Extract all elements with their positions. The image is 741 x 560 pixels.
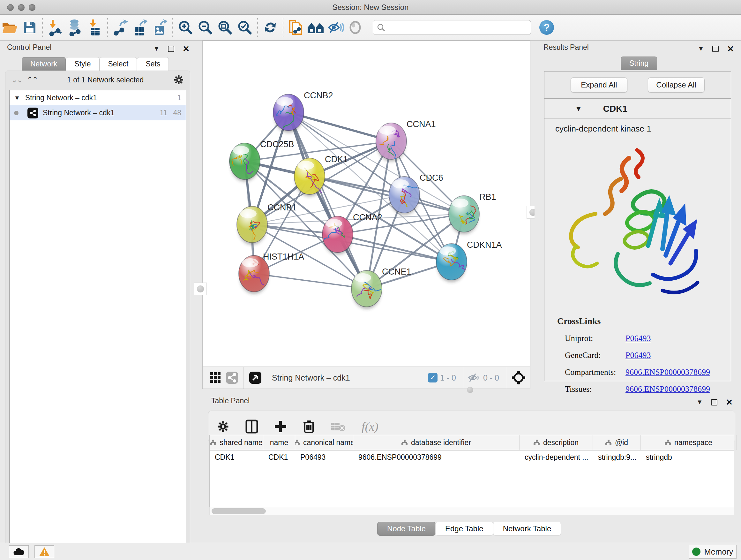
hide-selected-button[interactable] bbox=[326, 17, 345, 38]
collapse-all-networks-icon[interactable]: ⌃⌃ bbox=[26, 75, 37, 84]
export-network-button[interactable] bbox=[111, 17, 130, 38]
share-view-button[interactable] bbox=[224, 369, 240, 386]
show-columns-icon[interactable] bbox=[246, 420, 258, 434]
expand-all-networks-icon[interactable]: ⌄⌄ bbox=[11, 75, 22, 84]
table-cell[interactable]: cyclin-dependent ... bbox=[520, 450, 593, 465]
crosslink-link[interactable]: P06493 bbox=[625, 334, 651, 343]
tree-expand-icon[interactable]: ▼ bbox=[14, 95, 20, 102]
zoom-in-button[interactable] bbox=[176, 17, 195, 38]
eye-disabled-icon bbox=[348, 20, 362, 35]
column-header-shared-name[interactable]: shared name bbox=[210, 435, 263, 450]
add-column-icon[interactable] bbox=[274, 420, 287, 433]
grid-mode-button[interactable] bbox=[207, 369, 224, 386]
birdseye-view-button[interactable] bbox=[510, 369, 527, 386]
network-node-HIST1H1A[interactable]: HIST1H1A bbox=[239, 252, 304, 294]
search-input[interactable] bbox=[385, 23, 522, 32]
table-cell[interactable]: stringdb:9... bbox=[593, 450, 641, 465]
network-view[interactable]: CCNB2CCNA1CDC25BCDK1CDC6RB1CCNB1CCNA2CDK… bbox=[202, 41, 530, 389]
first-neighbors-button[interactable] bbox=[306, 17, 326, 38]
network-node-CCNB1[interactable]: CCNB1 bbox=[237, 203, 297, 245]
import-network-from-file-button[interactable] bbox=[45, 17, 65, 38]
node-section-header[interactable]: ▼ CDK1 bbox=[544, 99, 731, 119]
table-row[interactable]: CDK1CDK1P064939606.ENSP00000378699cyclin… bbox=[210, 450, 734, 465]
section-collapse-icon[interactable]: ▼ bbox=[575, 105, 582, 113]
table-horizontal-scrollbar[interactable] bbox=[209, 507, 734, 515]
viewbar-divider bbox=[464, 367, 464, 388]
selected-nodes-checkbox[interactable]: ✓ bbox=[428, 373, 437, 382]
show-all-button[interactable] bbox=[345, 17, 365, 38]
column-header-database-identifier[interactable]: database identifier bbox=[353, 435, 520, 450]
cloud-icon bbox=[13, 548, 24, 556]
export-image-button[interactable] bbox=[150, 17, 170, 38]
collapse-panel-icon[interactable]: ▼ bbox=[153, 45, 159, 52]
function-builder-icon: f(x) bbox=[361, 420, 379, 434]
column-header-namespace[interactable]: namespace bbox=[641, 435, 737, 450]
column-label: shared name bbox=[219, 438, 262, 447]
collapse-panel-icon[interactable]: ▼ bbox=[697, 45, 704, 52]
export-table-button[interactable] bbox=[130, 17, 150, 38]
zoom-out-button[interactable] bbox=[195, 17, 215, 38]
tab-node-table[interactable]: Node Table bbox=[377, 522, 435, 536]
collapse-panel-icon[interactable]: ▼ bbox=[696, 398, 703, 406]
search-icon bbox=[377, 23, 385, 32]
close-panel-icon[interactable]: ✕ bbox=[727, 46, 734, 52]
help-button[interactable]: ? bbox=[539, 20, 554, 35]
network-node-CDK1[interactable]: CDK1 bbox=[294, 154, 348, 197]
table-cell[interactable]: 9606.ENSP00000378699 bbox=[353, 450, 520, 465]
network-node-CDC6[interactable]: CDC6 bbox=[389, 173, 443, 215]
delete-column-trash-icon[interactable] bbox=[303, 420, 315, 434]
save-session-button[interactable] bbox=[20, 17, 40, 38]
table-cell[interactable]: CDK1 bbox=[263, 450, 295, 465]
float-panel-icon[interactable] bbox=[168, 46, 174, 52]
float-panel-icon[interactable] bbox=[711, 399, 718, 406]
network-row[interactable]: String Network – cdk1 11 48 bbox=[10, 105, 186, 120]
column-header-description[interactable]: description bbox=[520, 435, 593, 450]
zoom-selected-button[interactable] bbox=[235, 17, 255, 38]
network-node-CDKN1A[interactable]: CDKN1A bbox=[436, 240, 502, 282]
network-collection-row[interactable]: ▼ String Network – cdk1 1 bbox=[10, 90, 186, 105]
open-session-button[interactable] bbox=[0, 17, 20, 38]
apply-preferred-layout-button[interactable] bbox=[260, 17, 280, 38]
table-cell[interactable]: CDK1 bbox=[210, 450, 263, 465]
column-header-canonical-name[interactable]: canonical name bbox=[295, 435, 353, 450]
column-header-name[interactable]: name bbox=[263, 435, 295, 450]
detach-view-button[interactable] bbox=[247, 369, 264, 386]
new-network-from-selection-button[interactable] bbox=[286, 17, 306, 38]
memory-button[interactable]: Memory bbox=[689, 545, 737, 559]
bottom-splitter-grip[interactable] bbox=[464, 386, 476, 394]
import-table-from-file-button[interactable] bbox=[85, 17, 105, 38]
expand-all-button[interactable]: Expand All bbox=[570, 77, 627, 92]
tab-select[interactable]: Select bbox=[99, 57, 137, 71]
network-node-RB1[interactable]: RB1 bbox=[449, 192, 496, 234]
network-node-CCNB2[interactable]: CCNB2 bbox=[273, 91, 333, 133]
tab-string[interactable]: String bbox=[621, 57, 657, 70]
search-box[interactable] bbox=[373, 20, 531, 35]
close-panel-icon[interactable]: ✕ bbox=[183, 46, 190, 52]
tab-network[interactable]: Network bbox=[22, 57, 66, 71]
import-network-from-database-button[interactable] bbox=[65, 17, 85, 38]
column-label: @id bbox=[615, 438, 628, 447]
zoom-fit-button[interactable] bbox=[215, 17, 235, 38]
network-graph[interactable]: CCNB2CCNA1CDC25BCDK1CDC6RB1CCNB1CCNA2CDK… bbox=[203, 41, 530, 367]
tab-style[interactable]: Style bbox=[66, 57, 99, 71]
table-options-gear-icon[interactable] bbox=[217, 420, 229, 433]
tab-edge-table[interactable]: Edge Table bbox=[435, 522, 493, 536]
collapse-all-button[interactable]: Collapse All bbox=[648, 77, 704, 92]
crosslink-link[interactable]: 9606.ENSP00000378699 bbox=[625, 368, 710, 377]
titlebar: Session: New Session bbox=[0, 0, 741, 15]
scrollbar-thumb[interactable] bbox=[212, 508, 266, 514]
left-splitter-grip[interactable] bbox=[194, 283, 207, 295]
float-panel-icon[interactable] bbox=[712, 46, 719, 52]
table-cell[interactable]: stringdb bbox=[641, 450, 737, 465]
warnings-button[interactable] bbox=[35, 545, 54, 558]
network-options-gear-icon[interactable] bbox=[173, 74, 184, 85]
tab-sets[interactable]: Sets bbox=[137, 57, 169, 71]
close-panel-icon[interactable]: ✕ bbox=[726, 399, 733, 406]
column-header--id[interactable]: @id bbox=[593, 435, 641, 450]
network-node-CCNE1[interactable]: CCNE1 bbox=[351, 267, 411, 309]
table-cell[interactable]: P06493 bbox=[295, 450, 353, 465]
crosslink-link[interactable]: P06493 bbox=[625, 351, 651, 360]
cloud-status-button[interactable] bbox=[9, 545, 29, 558]
crosslink-link[interactable]: 9606.ENSP00000378699 bbox=[625, 384, 710, 394]
tab-network-table[interactable]: Network Table bbox=[493, 522, 561, 536]
